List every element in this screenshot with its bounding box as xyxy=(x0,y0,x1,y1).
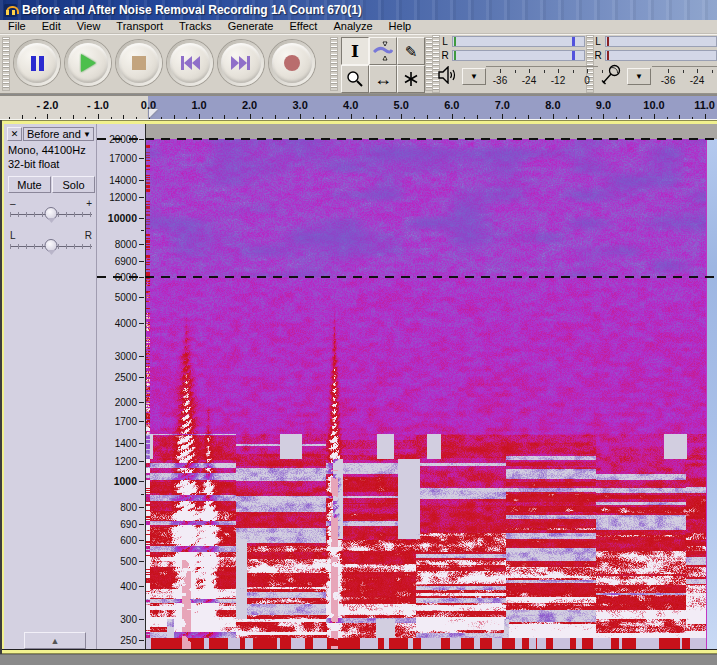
track-title: Before and xyxy=(24,128,83,140)
output-db-scale: -36-24-120 xyxy=(486,66,598,89)
output-meter-r-bar[interactable] xyxy=(452,50,585,61)
db-tick xyxy=(500,69,501,73)
db-tick-minor xyxy=(544,70,545,73)
solo-label: Solo xyxy=(62,179,84,191)
timeline-label: 10.0 xyxy=(643,99,664,111)
timeline-label: 4.0 xyxy=(343,99,358,111)
freq-tick xyxy=(139,443,144,444)
transport-toolbar-grip[interactable] xyxy=(2,37,10,91)
play-icon xyxy=(68,43,108,83)
menu-edit[interactable]: Edit xyxy=(34,20,69,33)
solo-button[interactable]: Solo xyxy=(52,176,95,193)
play-cursor[interactable] xyxy=(149,109,158,118)
freq-tick xyxy=(139,481,144,482)
toolbar: I✎↔ ▼ -36-24-120 ▼ -36-24-12 LRLR xyxy=(0,34,717,94)
pause-button[interactable] xyxy=(14,40,60,86)
spectral-6000hz-line[interactable] xyxy=(97,276,717,278)
timeline-ruler[interactable]: - 2.0- 1.00.01.02.03.04.05.06.07.08.09.0… xyxy=(0,95,717,121)
gain-slider-thumb[interactable] xyxy=(45,207,58,220)
track-control-panel: ✕ Before and ▼ Mono, 44100Hz 32-bit floa… xyxy=(4,124,97,649)
meter-toolbar-grip[interactable] xyxy=(432,35,440,93)
selection-tool-button[interactable]: I xyxy=(341,37,369,65)
freq-label: 1400 xyxy=(115,438,137,449)
menu-tracks[interactable]: Tracks xyxy=(171,20,220,33)
peak-hold-indicator xyxy=(572,51,575,60)
timeline-label: 7.0 xyxy=(495,99,510,111)
menu-transport[interactable]: Transport xyxy=(108,20,171,33)
draw-tool-button[interactable]: ✎ xyxy=(397,37,425,65)
timeline-selection xyxy=(148,96,717,120)
freq-tick xyxy=(139,297,144,298)
input-meter-r-bar[interactable] xyxy=(605,50,717,61)
output-meter-l-label: L xyxy=(440,36,450,47)
frequency-ruler[interactable]: 2000017000140001200010000800069006000500… xyxy=(97,124,146,649)
zoom-tool-icon xyxy=(346,70,364,88)
db-label: -12 xyxy=(551,75,565,86)
meter-zero-mark xyxy=(454,37,456,46)
menu-generate[interactable]: Generate xyxy=(220,20,282,33)
envelope-tool-button[interactable] xyxy=(369,37,397,65)
freq-tick xyxy=(139,421,144,422)
track-top-margin xyxy=(146,124,717,139)
db-label: -24 xyxy=(522,75,536,86)
title-bar[interactable]: Before and After Noise Removal Recording… xyxy=(0,0,717,20)
db-label: -24 xyxy=(690,75,704,86)
zoom-tool-button[interactable] xyxy=(341,65,369,93)
play-button[interactable] xyxy=(65,40,111,86)
freq-label: 8000 xyxy=(115,238,137,249)
pan-slider[interactable]: L R xyxy=(8,230,94,257)
freq-label: 4000 xyxy=(115,317,137,328)
multi-tool-tool-button[interactable] xyxy=(397,65,425,93)
db-tick xyxy=(558,69,559,73)
db-tick xyxy=(697,69,698,73)
track-close-button[interactable]: ✕ xyxy=(7,127,22,141)
db-tick xyxy=(668,69,669,73)
meter-zero-mark xyxy=(607,51,609,60)
skip-to-end-button[interactable] xyxy=(218,40,264,86)
pan-right-label: R xyxy=(85,230,92,241)
track-collapse-button[interactable]: ▲ xyxy=(24,632,86,649)
input-device-dropdown[interactable]: ▼ xyxy=(627,68,651,85)
record-button[interactable] xyxy=(269,40,315,86)
gain-slider[interactable]: – + xyxy=(8,198,94,225)
freq-label: 600 xyxy=(120,534,137,545)
output-meter-l-bar[interactable] xyxy=(452,36,585,47)
track-bitdepth-line: 32-bit float xyxy=(8,158,59,170)
after-clip-area xyxy=(706,139,717,649)
stop-icon xyxy=(119,43,159,83)
menu-analyze[interactable]: Analyze xyxy=(325,20,380,33)
menu-view[interactable]: View xyxy=(69,20,109,33)
freq-tick-minor xyxy=(141,230,144,231)
skip-to-start-button[interactable] xyxy=(167,40,213,86)
menu-help[interactable]: Help xyxy=(381,20,420,33)
menu-file[interactable]: File xyxy=(0,20,34,33)
time-shift-tool-button[interactable]: ↔ xyxy=(369,65,397,93)
input-meter-l-bar[interactable] xyxy=(605,36,717,47)
spectral-max-line[interactable] xyxy=(97,138,717,140)
stop-button[interactable] xyxy=(116,40,162,86)
freq-label: 250 xyxy=(120,634,137,645)
db-tick-minor xyxy=(515,70,516,73)
freq-tick xyxy=(139,356,144,357)
freq-tick xyxy=(139,561,144,562)
freq-tick xyxy=(139,507,144,508)
pan-slider-thumb[interactable] xyxy=(45,239,58,252)
db-tick-minor xyxy=(683,70,684,73)
freq-tick xyxy=(139,244,144,245)
title-dropdown-icon: ▼ xyxy=(83,130,93,139)
envelope-tool-icon xyxy=(373,41,393,61)
mute-button[interactable]: Mute xyxy=(8,176,51,193)
output-device-dropdown[interactable]: ▼ xyxy=(462,68,486,85)
menu-effect[interactable]: Effect xyxy=(282,20,326,33)
freq-label: 400 xyxy=(120,581,137,592)
freq-tick xyxy=(139,377,144,378)
transport-toolbar-grip-right[interactable] xyxy=(330,37,338,91)
menu-bar: FileEditViewTransportTracksGenerateEffec… xyxy=(0,20,717,34)
freq-label: 3000 xyxy=(115,350,137,361)
multi-tool-icon xyxy=(403,71,419,87)
timeline-label: 11.0 xyxy=(694,99,715,111)
timeline-label: - 1.0 xyxy=(87,99,109,111)
spectrogram[interactable] xyxy=(146,139,706,649)
db-tick xyxy=(529,69,530,73)
track-title-menu[interactable]: Before and ▼ xyxy=(23,127,94,141)
